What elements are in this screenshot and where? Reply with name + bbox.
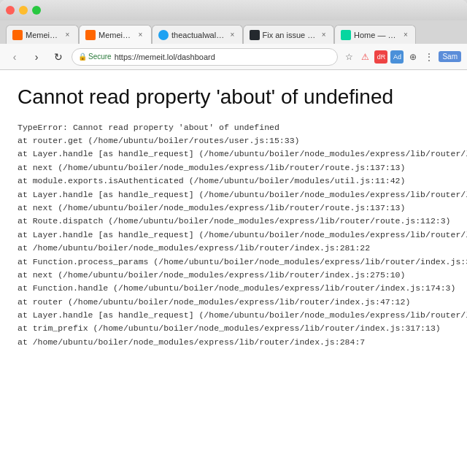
stack-line-0: TypeError: Cannot read property 'about' … [18, 121, 449, 134]
tab-close-2[interactable]: × [136, 30, 145, 40]
tab-close-5[interactable]: × [402, 30, 409, 40]
back-button[interactable]: ‹ [6, 48, 23, 66]
stack-line-14: at Layer.handle [as handle_request] (/ho… [18, 309, 449, 322]
more-button[interactable]: ⋮ [422, 50, 436, 64]
stack-line-16: at /home/ubuntu/boiler/node_modules/expr… [18, 336, 449, 349]
tab-label-3: theactualwalko - U... [171, 31, 225, 39]
tab-label-2: Memeit.lol [99, 31, 133, 39]
secure-icon: 🔒 Secure [78, 53, 112, 61]
stack-line-12: at Function.handle (/home/ubuntu/boiler/… [18, 282, 449, 295]
stack-line-11: at next (/home/ubuntu/boiler/node_module… [18, 269, 449, 282]
stack-line-10: at Function.process_params (/home/ubuntu… [18, 256, 449, 269]
stack-line-3: at next (/home/ubuntu/boiler/node_module… [18, 161, 449, 174]
tab-label-5: Home — Steemit [354, 31, 399, 39]
stack-line-2: at Layer.handle [as handle_request] (/ho… [18, 147, 449, 161]
tab-3[interactable]: theactualwalko - U... × [152, 25, 243, 44]
maximize-button[interactable] [32, 6, 41, 15]
close-button[interactable] [6, 6, 15, 15]
shield-icon[interactable]: ⚠ [358, 50, 371, 64]
tab-5[interactable]: Home — Steemit × [334, 25, 416, 44]
secure-label: Secure [88, 53, 112, 61]
stack-trace: TypeError: Cannot read property 'about' … [18, 121, 449, 350]
bookmark-icon[interactable]: ☆ [342, 50, 355, 64]
forward-button[interactable]: › [28, 48, 45, 66]
tab-favicon-2 [85, 30, 96, 40]
stack-line-5: at Layer.handle [as handle_request] (/ho… [18, 188, 449, 201]
tab-1[interactable]: Memeit.lol × [6, 25, 79, 44]
error-title: Cannot read property 'about' of undefine… [18, 85, 449, 110]
tab-favicon-3 [158, 30, 169, 40]
reload-button[interactable]: ↻ [50, 48, 67, 66]
stack-line-13: at router (/home/ubuntu/boiler/node_modu… [18, 296, 449, 309]
nav-right-icons: ☆ ⚠ dR Ad ⊕ ⋮ Sam [342, 50, 461, 64]
tab-favicon-4 [250, 30, 260, 40]
stack-line-15: at trim_prefix (/home/ubuntu/boiler/node… [18, 322, 449, 335]
stack-line-6: at next (/home/ubuntu/boiler/node_module… [18, 201, 449, 215]
tab-favicon-1 [12, 30, 23, 40]
stack-line-8: at Layer.handle [as handle_request] (/ho… [18, 229, 449, 242]
address-bar[interactable]: 🔒 Secure https://memeit.lol/dashboard [72, 48, 338, 66]
extension-icon-3[interactable]: ⊕ [406, 50, 420, 64]
tab-close-4[interactable]: × [320, 30, 328, 40]
url-text: https://memeit.lol/dashboard [115, 53, 215, 61]
tab-close-1[interactable]: × [63, 30, 72, 40]
tab-label-4: Fix an issue where... [263, 31, 317, 39]
tab-4[interactable]: Fix an issue where... × [243, 25, 334, 44]
tab-2[interactable]: Memeit.lol × [79, 25, 152, 44]
stack-line-7: at Route.dispatch (/home/ubuntu/boiler/n… [18, 215, 449, 228]
tab-favicon-5 [341, 30, 351, 40]
tab-close-3[interactable]: × [228, 30, 236, 40]
stack-line-4: at module.exports.isAuthenticated (/home… [18, 174, 449, 188]
title-bar [0, 0, 467, 20]
extension-icon-2[interactable]: Ad [390, 50, 404, 64]
browser-window: Memeit.lol × Memeit.lol × theactualwalko… [0, 0, 467, 476]
tab-label-1: Memeit.lol [26, 31, 60, 39]
minimize-button[interactable] [19, 6, 28, 15]
stack-line-1: at router.get (/home/ubuntu/boiler/route… [18, 134, 449, 147]
stack-line-9: at /home/ubuntu/boiler/node_modules/expr… [18, 242, 449, 255]
extension-icon-1[interactable]: dR [374, 50, 387, 64]
tab-bar: Memeit.lol × Memeit.lol × theactualwalko… [0, 20, 467, 44]
nav-bar: ‹ › ↻ 🔒 Secure https://memeit.lol/dashbo… [0, 44, 467, 70]
profile-button[interactable]: Sam [439, 51, 461, 62]
page-content: Cannot read property 'about' of undefine… [0, 70, 467, 476]
